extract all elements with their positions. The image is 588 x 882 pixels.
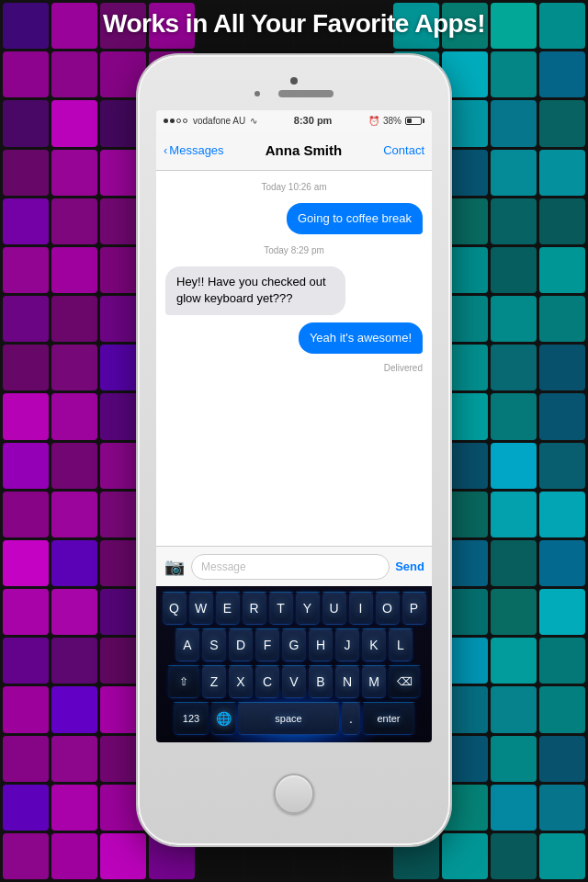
bg-cell bbox=[51, 443, 97, 489]
key-v[interactable]: V bbox=[282, 665, 306, 698]
message-placeholder: Message bbox=[201, 560, 246, 573]
bg-cell bbox=[51, 198, 97, 244]
key-a[interactable]: A bbox=[175, 628, 199, 662]
bg-cell bbox=[51, 345, 97, 390]
key-z[interactable]: Z bbox=[202, 665, 226, 698]
bg-cell bbox=[51, 296, 97, 342]
bg-cell bbox=[51, 150, 97, 196]
bg-cell bbox=[3, 589, 49, 635]
bg-cell bbox=[51, 589, 97, 635]
bg-cell bbox=[539, 540, 585, 586]
bg-cell bbox=[3, 833, 49, 879]
nav-back-button[interactable]: ‹ Messages bbox=[164, 143, 224, 157]
key-n[interactable]: N bbox=[335, 665, 359, 698]
page-title: Works in All Your Favorite Apps! bbox=[0, 9, 588, 39]
key-l[interactable]: L bbox=[389, 628, 413, 662]
bg-cell bbox=[539, 589, 585, 635]
key-i[interactable]: I bbox=[349, 592, 373, 625]
key-d[interactable]: D bbox=[229, 628, 253, 662]
bg-cell bbox=[3, 785, 49, 831]
key-p[interactable]: P bbox=[402, 592, 426, 625]
key-m[interactable]: M bbox=[362, 665, 386, 698]
key-q[interactable]: Q bbox=[163, 592, 187, 625]
key-x[interactable]: X bbox=[229, 665, 253, 698]
camera-icon[interactable]: 📷 bbox=[164, 556, 186, 578]
bg-cell bbox=[539, 150, 585, 196]
bg-cell bbox=[539, 833, 585, 879]
bg-cell bbox=[491, 150, 537, 196]
bg-cell bbox=[539, 686, 585, 732]
bg-cell bbox=[539, 393, 585, 439]
key-b[interactable]: B bbox=[309, 665, 333, 698]
timestamp-2: Today 8:29 pm bbox=[165, 245, 423, 255]
bg-cell bbox=[491, 51, 537, 97]
carrier-name: vodafone AU bbox=[193, 116, 245, 126]
key-u[interactable]: U bbox=[322, 592, 346, 625]
bg-cell bbox=[3, 198, 49, 244]
key-h[interactable]: H bbox=[309, 628, 333, 662]
key-s[interactable]: S bbox=[202, 628, 226, 662]
phone-top bbox=[138, 55, 450, 110]
signal-dot-1 bbox=[164, 119, 168, 123]
key-space[interactable]: space bbox=[238, 702, 339, 735]
status-bar: vodafone AU ∿ 8:30 pm ⏰ 38% bbox=[156, 110, 432, 130]
keyboard: Q W E R T Y U I O P A S D F G H J K bbox=[156, 586, 432, 742]
key-g[interactable]: G bbox=[282, 628, 306, 662]
bg-cell bbox=[491, 638, 537, 684]
key-123[interactable]: 123 bbox=[174, 702, 209, 735]
bg-cell bbox=[491, 736, 537, 782]
signal-dot-3 bbox=[176, 119, 181, 123]
message-input[interactable]: Message bbox=[191, 554, 390, 580]
key-enter[interactable]: enter bbox=[363, 702, 414, 735]
delivered-label: Delivered bbox=[165, 363, 423, 373]
bg-cell bbox=[491, 393, 537, 439]
key-globe[interactable]: 🌐 bbox=[211, 702, 235, 735]
bg-cell bbox=[3, 492, 49, 537]
bg-cell bbox=[3, 296, 49, 342]
bg-cell bbox=[539, 785, 585, 831]
message-received-1: Hey!! Have you checked out glow keyboard… bbox=[165, 266, 423, 314]
bg-cell bbox=[3, 247, 49, 293]
chevron-left-icon: ‹ bbox=[164, 143, 167, 157]
status-time: 8:30 pm bbox=[294, 115, 333, 126]
key-delete[interactable]: ⌫ bbox=[389, 665, 420, 698]
speaker-grille bbox=[278, 90, 334, 97]
key-shift[interactable]: ⇧ bbox=[168, 665, 199, 698]
signal-dot-4 bbox=[183, 119, 187, 123]
home-button[interactable] bbox=[274, 774, 314, 814]
key-k[interactable]: K bbox=[362, 628, 386, 662]
message-sent-2: Yeah it's awesome! bbox=[165, 322, 423, 354]
send-button[interactable]: Send bbox=[395, 560, 424, 573]
key-o[interactable]: O bbox=[376, 592, 400, 625]
kb-row-1: Q W E R T Y U I O P bbox=[159, 592, 429, 625]
bg-cell bbox=[51, 736, 97, 782]
sensor-dot bbox=[254, 91, 260, 96]
key-t[interactable]: T bbox=[269, 592, 293, 625]
bg-cell bbox=[51, 686, 97, 732]
key-e[interactable]: E bbox=[216, 592, 240, 625]
key-r[interactable]: R bbox=[243, 592, 266, 625]
key-w[interactable]: W bbox=[189, 592, 213, 625]
key-c[interactable]: C bbox=[255, 665, 279, 698]
nav-back-label: Messages bbox=[169, 143, 223, 157]
battery-tip bbox=[423, 119, 424, 123]
bg-cell bbox=[491, 492, 537, 537]
bg-cell bbox=[3, 51, 49, 97]
messages-area: Today 10:26 am Going to coffee break Tod… bbox=[156, 171, 432, 546]
bg-cell bbox=[51, 100, 97, 146]
bg-cell bbox=[539, 736, 585, 782]
bg-cell bbox=[491, 345, 537, 390]
key-y[interactable]: Y bbox=[296, 592, 320, 625]
phone-earpiece bbox=[254, 90, 334, 97]
key-period[interactable]: . bbox=[342, 702, 360, 735]
phone-screen: vodafone AU ∿ 8:30 pm ⏰ 38% ‹ Messages bbox=[156, 110, 432, 742]
bg-cell bbox=[3, 736, 49, 782]
alarm-icon: ⏰ bbox=[368, 116, 379, 126]
nav-contact-button[interactable]: Contact bbox=[383, 143, 424, 157]
bg-cell bbox=[3, 686, 49, 732]
bg-cell bbox=[539, 296, 585, 342]
key-f[interactable]: F bbox=[255, 628, 279, 662]
bg-cell bbox=[3, 638, 49, 684]
bubble-sent-2: Yeah it's awesome! bbox=[299, 322, 423, 354]
key-j[interactable]: J bbox=[335, 628, 359, 662]
